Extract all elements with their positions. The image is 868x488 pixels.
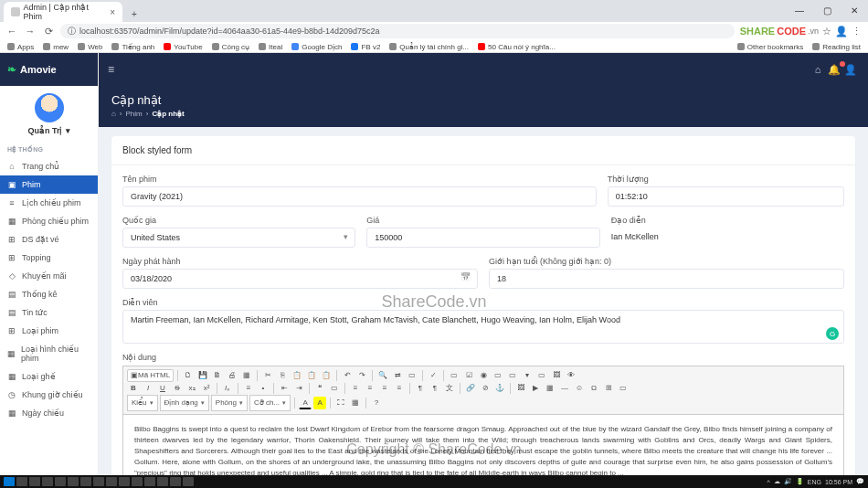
country-select[interactable] xyxy=(122,228,355,248)
specialchar-icon[interactable]: Ω xyxy=(587,382,600,395)
bookmark-item[interactable]: Tiếng anh xyxy=(111,43,154,51)
sidebar-item-13[interactable]: ▦Ngày chiếu xyxy=(0,404,98,422)
close-tab-icon[interactable]: × xyxy=(110,7,115,17)
taskbar-item[interactable] xyxy=(16,477,27,486)
address-bar[interactable]: ⓘ localhost:63570/admin/Film/update?id=4… xyxy=(60,24,735,38)
selectall-icon[interactable]: ▭ xyxy=(406,369,418,382)
minimize-button[interactable]: — xyxy=(786,0,813,20)
underline-icon[interactable]: U xyxy=(156,382,169,395)
rtl-icon[interactable]: ¶ xyxy=(429,382,441,395)
breadcrumb-mid[interactable]: Phim xyxy=(126,110,143,118)
checkbox-icon[interactable]: ☑ xyxy=(462,369,475,382)
bookmark-item[interactable]: Iteal xyxy=(259,43,282,51)
textcolor-icon[interactable]: A xyxy=(299,397,312,409)
sidebar-item-12[interactable]: ◷Khung giờ chiếu xyxy=(0,386,98,404)
bell-icon[interactable]: 🔔 xyxy=(826,64,842,76)
ltr-icon[interactable]: ¶ xyxy=(414,382,427,395)
browser-tab[interactable]: Admin | Cập nhật Phim × xyxy=(4,2,122,22)
cut-icon[interactable]: ✂ xyxy=(261,369,274,382)
paste-icon[interactable]: 📋 xyxy=(291,369,303,382)
size-combo[interactable]: Cỡ ch... xyxy=(249,395,291,411)
maximize-icon[interactable]: ⛶ xyxy=(334,397,347,409)
taskbar-item[interactable] xyxy=(80,477,91,486)
bookmark-item[interactable]: Công cụ xyxy=(212,43,249,51)
find-icon[interactable]: 🔍 xyxy=(376,369,389,382)
strike-icon[interactable]: S xyxy=(171,382,184,395)
sidebar-item-5[interactable]: ⊞Topping xyxy=(0,249,98,267)
about-icon[interactable]: ? xyxy=(370,397,383,409)
textarea-icon[interactable]: ▭ xyxy=(506,369,519,382)
other-bookmarks[interactable]: Other bookmarks xyxy=(737,43,803,51)
indent-icon[interactable]: ⇥ xyxy=(292,382,305,395)
profile-icon[interactable]: 👤 xyxy=(835,25,848,37)
taskbar-item[interactable] xyxy=(55,477,66,486)
maximize-button[interactable]: ▢ xyxy=(813,0,841,20)
sidebar-item-2[interactable]: ≡Lịch chiếu phim xyxy=(0,194,98,212)
replace-icon[interactable]: ⇄ xyxy=(391,369,404,382)
sidebar-item-3[interactable]: ▦Phòng chiếu phim xyxy=(0,212,98,230)
paste-word-icon[interactable]: 📋 xyxy=(320,369,333,382)
sidebar-item-10[interactable]: ▦Loại hình chiếu phim xyxy=(0,340,98,367)
price-input[interactable] xyxy=(366,228,599,248)
sidebar-item-1[interactable]: ▣Phim xyxy=(0,175,98,194)
menu-icon[interactable]: ⋮ xyxy=(850,25,863,37)
apps-button[interactable]: Apps xyxy=(7,43,34,51)
bookmark-item[interactable]: Web xyxy=(78,43,102,51)
source-button[interactable]: ▣ Mã HTML xyxy=(127,369,174,382)
align-justify-icon[interactable]: ≡ xyxy=(393,382,406,395)
reload-button[interactable]: ⟳ xyxy=(42,25,55,37)
hr-icon[interactable]: — xyxy=(558,382,571,395)
sidebar-item-7[interactable]: ▤Thống kê xyxy=(0,285,98,303)
menu-toggle-icon[interactable]: ≡ xyxy=(108,63,114,76)
taskbar-item[interactable] xyxy=(183,477,194,486)
duration-input[interactable] xyxy=(608,186,844,207)
reading-list[interactable]: Reading list xyxy=(812,43,861,51)
taskbar-item[interactable] xyxy=(144,477,155,486)
breadcrumb-home-icon[interactable]: ⌂ xyxy=(111,110,116,118)
bookmark-item[interactable]: 50 Câu nói ý nghĩa... xyxy=(478,43,556,51)
select-icon[interactable]: ▾ xyxy=(521,369,534,382)
release-date-input[interactable] xyxy=(122,269,478,289)
new-icon[interactable]: 🗋 xyxy=(182,369,195,382)
align-left-icon[interactable]: ≡ xyxy=(349,382,362,395)
taskbar-item[interactable] xyxy=(119,477,130,486)
iframe-icon[interactable]: ▭ xyxy=(617,382,630,395)
pagebreak-icon[interactable]: ⊞ xyxy=(602,382,615,395)
align-center-icon[interactable]: ≡ xyxy=(364,382,376,395)
italic-icon[interactable]: I xyxy=(142,382,154,395)
sidebar-item-0[interactable]: ⌂Trang chủ xyxy=(0,157,98,175)
ul-icon[interactable]: • xyxy=(257,382,270,395)
bookmark-item[interactable]: FB v2 xyxy=(351,43,380,51)
font-combo[interactable]: Phông xyxy=(211,395,248,411)
system-tray[interactable]: ^☁🔊🔋ENG10:56 PM💬 xyxy=(767,478,864,485)
back-button[interactable]: ← xyxy=(5,25,18,37)
quote-icon[interactable]: ❝ xyxy=(313,382,326,395)
paste-text-icon[interactable]: 📋 xyxy=(305,369,318,382)
anchor-icon[interactable]: ⚓ xyxy=(493,382,506,395)
format-combo[interactable]: Định dạng xyxy=(160,395,209,411)
taskbar-item[interactable] xyxy=(93,477,104,486)
smiley-icon[interactable]: ☺ xyxy=(573,382,586,395)
close-window-button[interactable]: ✕ xyxy=(841,0,868,20)
bgcolor-icon[interactable]: A xyxy=(313,397,326,409)
home-icon[interactable]: ⌂ xyxy=(810,64,826,75)
unlink-icon[interactable]: ⊘ xyxy=(479,382,492,395)
ol-icon[interactable]: ≡ xyxy=(242,382,255,395)
bookmark-item[interactable]: YouTube xyxy=(164,43,202,51)
taskbar-item[interactable] xyxy=(170,477,181,486)
align-right-icon[interactable]: ≡ xyxy=(378,382,391,395)
start-button[interactable] xyxy=(4,477,15,486)
user-icon[interactable]: 👤 xyxy=(842,64,859,76)
cast-input[interactable] xyxy=(122,310,844,344)
image-button-icon[interactable]: 🖼 xyxy=(550,369,563,382)
sidebar-item-8[interactable]: ▤Tin tức xyxy=(0,303,98,322)
template-icon[interactable]: ▦ xyxy=(240,369,253,382)
bookmark-item[interactable]: mew xyxy=(43,43,69,51)
textfield-icon[interactable]: ▭ xyxy=(492,369,504,382)
taskbar-item[interactable] xyxy=(42,477,53,486)
taskbar-item[interactable] xyxy=(157,477,168,486)
subscript-icon[interactable]: x₂ xyxy=(185,382,198,395)
grammarly-icon[interactable]: G xyxy=(826,327,839,340)
save-icon[interactable]: 💾 xyxy=(196,369,209,382)
outdent-icon[interactable]: ⇤ xyxy=(278,382,291,395)
